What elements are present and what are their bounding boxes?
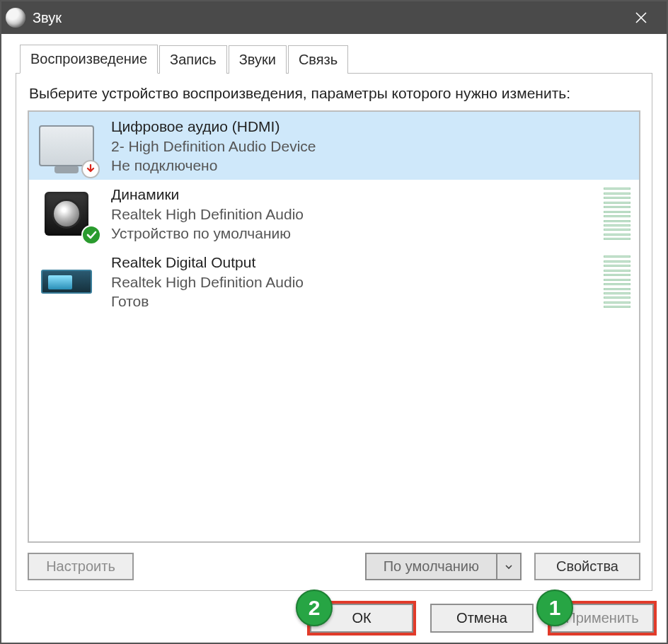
below-list-buttons: Настроить По умолчанию Свойства [28, 553, 640, 580]
close-icon [635, 11, 647, 24]
close-button[interactable] [621, 1, 661, 34]
level-meter [604, 255, 630, 308]
tab-panel-playback: Выберите устройство воспроизведения, пар… [16, 73, 652, 591]
speaker-app-icon [6, 8, 25, 28]
configure-button[interactable]: Настроить [28, 553, 134, 580]
device-desc: Realtek High Definition Audio [111, 205, 598, 224]
client-area: Воспроизведение Запись Звуки Связь Выбер… [1, 34, 667, 597]
titlebar: Звук [1, 1, 667, 34]
default-check-icon [81, 225, 101, 245]
tab-strip: Воспроизведение Запись Звуки Связь [20, 44, 652, 73]
cancel-button[interactable]: Отмена [430, 604, 534, 633]
sound-dialog: Звук Воспроизведение Запись Звуки Связь … [0, 0, 668, 644]
chevron-down-icon [505, 563, 513, 571]
level-meter [604, 188, 630, 240]
set-default-button[interactable]: По умолчанию [365, 553, 522, 580]
set-default-label: По умолчанию [367, 554, 496, 579]
annotation-step-1: 1 [536, 590, 573, 626]
device-list[interactable]: Цифровое аудио (HDMI) 2- High Definition… [28, 110, 640, 543]
not-connected-icon [81, 160, 100, 178]
device-name: Realtek Digital Output [111, 253, 598, 272]
tab-sounds[interactable]: Звуки [229, 45, 287, 74]
tab-recording[interactable]: Запись [159, 45, 227, 74]
properties-button[interactable]: Свойства [534, 553, 640, 580]
device-status: Устройство по умолчанию [111, 224, 598, 243]
device-desc: 2- High Definition Audio Device [111, 137, 633, 156]
monitor-icon [35, 117, 98, 174]
device-name: Динамики [111, 185, 598, 204]
device-status: Не подключено [111, 156, 633, 175]
device-name: Цифровое аудио (HDMI) [111, 117, 633, 136]
window-title: Звук [33, 10, 62, 26]
tab-communications[interactable]: Связь [288, 45, 348, 74]
device-status: Готов [111, 292, 598, 311]
device-item-speakers[interactable]: Динамики Realtek High Definition Audio У… [29, 180, 639, 248]
dialog-footer: 2 ОК Отмена 1 Применить [1, 597, 667, 643]
set-default-dropdown[interactable] [496, 554, 520, 579]
speaker-icon [35, 185, 98, 242]
annotation-step-2: 2 [296, 590, 333, 626]
instruction-text: Выберите устройство воспроизведения, пар… [29, 84, 639, 103]
device-item-digital-output[interactable]: Realtek Digital Output Realtek High Defi… [29, 248, 639, 316]
ok-button[interactable]: 2 ОК [310, 604, 413, 633]
optical-device-icon [35, 253, 98, 310]
device-item-hdmi[interactable]: Цифровое аудио (HDMI) 2- High Definition… [29, 112, 639, 180]
tab-playback[interactable]: Воспроизведение [20, 45, 158, 74]
device-desc: Realtek High Definition Audio [111, 272, 598, 292]
apply-button[interactable]: 1 Применить [551, 604, 654, 633]
